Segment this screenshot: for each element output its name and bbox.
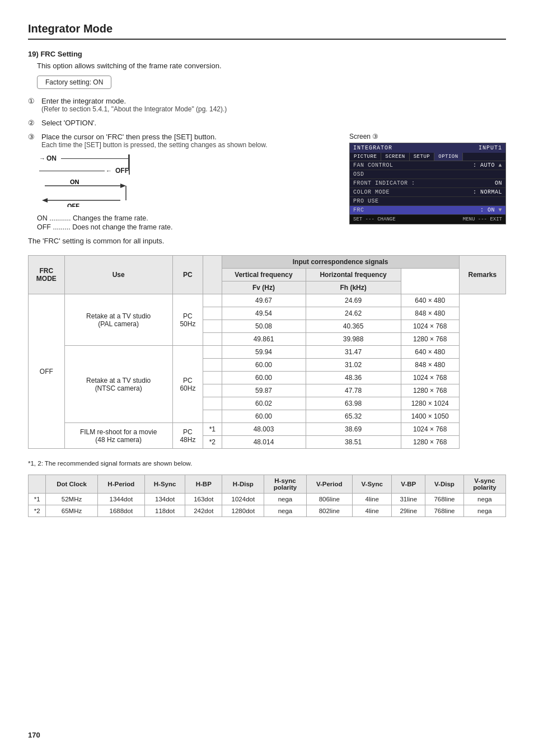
cell-rem: 1280 × 768 <box>401 436 459 449</box>
sig-star-2: *2 <box>29 505 46 517</box>
th-remarks: Remarks <box>459 256 505 294</box>
cell-rem: 640 × 480 <box>401 346 459 359</box>
signal-table: Dot Clock H-Period H-Sync H-BP H-Disp H-… <box>28 475 506 517</box>
cell-fh: 65.32 <box>306 410 401 423</box>
cell-star <box>203 384 222 397</box>
cell-rem: 1400 × 1050 <box>401 410 459 423</box>
cell-frc-off: OFF <box>29 294 65 449</box>
step-1-num: ① <box>28 97 38 105</box>
cell-fh: 31.47 <box>306 346 401 359</box>
th-frc-mode: FRCMODE <box>29 256 65 294</box>
sig-th-h-sync: H-Sync <box>144 475 185 494</box>
screen-label: Screen ③ <box>349 133 506 140</box>
cell-star <box>203 410 222 423</box>
cell-fh-1: 24.69 <box>306 294 401 307</box>
main-table: FRCMODE Use PC Input correspondence sign… <box>28 255 506 449</box>
common-note: The 'FRC' setting is common for all inpu… <box>28 237 336 245</box>
screen-area: Screen ③ INTEGRATOR INPUT1 PICTURE SCREE… <box>349 133 506 245</box>
sig-star-1: *1 <box>29 494 46 505</box>
sig-dot-clock-1: 52MHz <box>46 494 97 505</box>
cell-fh: 48.36 <box>306 372 401 384</box>
th-input-signals: Input correspondence signals <box>222 256 459 269</box>
cell-fv: 48.014 <box>222 436 306 449</box>
cell-rem: 848 × 480 <box>401 359 459 372</box>
signal-row-2: *2 65MHz 1688dot 118dot 242dot 1280dot n… <box>29 505 506 517</box>
cell-fv: 50.08 <box>222 320 306 333</box>
th-fh: Fh (kHz) <box>306 281 401 294</box>
cell-use-pal: Retake at a TV studio(PAL camera) <box>64 294 172 346</box>
sig-v-pol-1: nega <box>463 494 505 505</box>
table-row: OFF Retake at a TV studio(PAL camera) PC… <box>29 294 506 307</box>
svg-text:ON: ON <box>70 179 79 185</box>
sig-th-v-sync-pol: V-syncpolarity <box>463 475 505 494</box>
factory-setting-box: Factory setting: ON <box>37 76 111 89</box>
cell-star <box>203 333 222 346</box>
sig-th-blank <box>29 475 46 494</box>
cell-fh: 24.62 <box>306 307 401 320</box>
step-2: ② Select 'OPTION'. <box>28 119 506 127</box>
cell-fv-1: 49.67 <box>222 294 306 307</box>
screen-footer: SET --- CHANGE MENU --- EXIT <box>350 215 505 224</box>
sig-th-h-disp: H-Disp <box>222 475 264 494</box>
sig-h-sync-2: 118dot <box>144 505 185 517</box>
cell-use-film: FILM re-shoot for a movie(48 Hz camera) <box>64 423 172 449</box>
sig-v-disp-2: 768line <box>425 505 464 517</box>
step-1: ① Enter the integrator mode. (Refer to s… <box>28 97 506 113</box>
tab-screen[interactable]: SCREEN <box>381 153 409 161</box>
cell-star-s1: *1 <box>203 423 222 436</box>
sig-v-period-2: 802line <box>306 505 352 517</box>
svg-marker-1 <box>120 184 126 188</box>
tab-option[interactable]: OPTION <box>434 153 462 161</box>
th-fv: Fv (Hz) <box>222 281 306 294</box>
section-title: 19) FRC Setting <box>28 50 506 58</box>
cell-fv: 60.00 <box>222 410 306 423</box>
svg-marker-5 <box>42 198 48 203</box>
tab-picture[interactable]: PICTURE <box>350 153 381 161</box>
sig-h-sync-1: 134dot <box>144 494 185 505</box>
cell-star-s2: *2 <box>203 436 222 449</box>
cell-rem: 1280 × 1024 <box>401 397 459 410</box>
step-3-num: ③ <box>28 133 38 141</box>
cell-star <box>203 372 222 384</box>
on-label: ON <box>46 154 57 162</box>
cell-use-ntsc: Retake at a TV studio(NTSC camera) <box>64 346 172 423</box>
cell-fh: 40.365 <box>306 320 401 333</box>
screen-topbar-right: INPUT1 <box>479 145 502 151</box>
on-off-svg: ON OFF <box>39 179 151 207</box>
step3-area: ③ Place the cursor on 'FRC' then press t… <box>28 133 506 245</box>
sig-th-dot-clock: Dot Clock <box>46 475 97 494</box>
cell-fv: 60.02 <box>222 397 306 410</box>
cell-rem: 1280 × 768 <box>401 384 459 397</box>
cell-fv: 59.87 <box>222 384 306 397</box>
screen-tabs: PICTURE SCREEN SETUP OPTION <box>350 153 505 161</box>
screen-row-color: COLOR MODE : NORMAL <box>350 188 505 197</box>
sig-h-bp-1: 163dot <box>185 494 222 505</box>
off-desc: OFF ......... Does not change the frame … <box>37 223 336 231</box>
page-number: 170 <box>28 731 40 739</box>
cell-star <box>203 346 222 359</box>
cell-fh: 31.02 <box>306 359 401 372</box>
screen-footer-right: MENU --- EXIT <box>463 217 502 222</box>
signal-row-1: *1 52MHz 1344dot 134dot 163dot 1024dot n… <box>29 494 506 505</box>
cell-pc-60: PC60Hz <box>172 346 203 423</box>
th-star <box>203 256 222 294</box>
page-title: Integrator Mode <box>28 22 506 35</box>
sig-h-pol-2: nega <box>264 505 306 517</box>
step-1-text: Enter the integrator mode. <box>41 97 227 105</box>
intro-text: This option allows switching of the fram… <box>37 62 506 70</box>
sig-th-v-disp: V-Disp <box>425 475 464 494</box>
screen-row-front: FRONT INDICATOR : ON <box>350 179 505 188</box>
sig-v-bp-2: 29line <box>392 505 425 517</box>
th-pc: PC <box>172 256 203 294</box>
sig-th-v-sync: V-Sync <box>352 475 392 494</box>
sig-v-period-1: 806line <box>306 494 352 505</box>
step-3: ③ Place the cursor on 'FRC' then press t… <box>28 133 336 149</box>
sig-th-h-sync-pol: H-syncpolarity <box>264 475 306 494</box>
tab-setup[interactable]: SETUP <box>410 153 435 161</box>
svg-text:OFF: OFF <box>67 203 79 207</box>
th-vert-freq: Vertical frequency <box>222 269 306 281</box>
step3-left: ③ Place the cursor on 'FRC' then press t… <box>28 133 336 245</box>
screen-row-fan: FAN CONTROL : AUTO ▲ <box>350 161 505 170</box>
table-row: Retake at a TV studio(NTSC camera) PC60H… <box>29 346 506 359</box>
cell-fh: 38.51 <box>306 436 401 449</box>
